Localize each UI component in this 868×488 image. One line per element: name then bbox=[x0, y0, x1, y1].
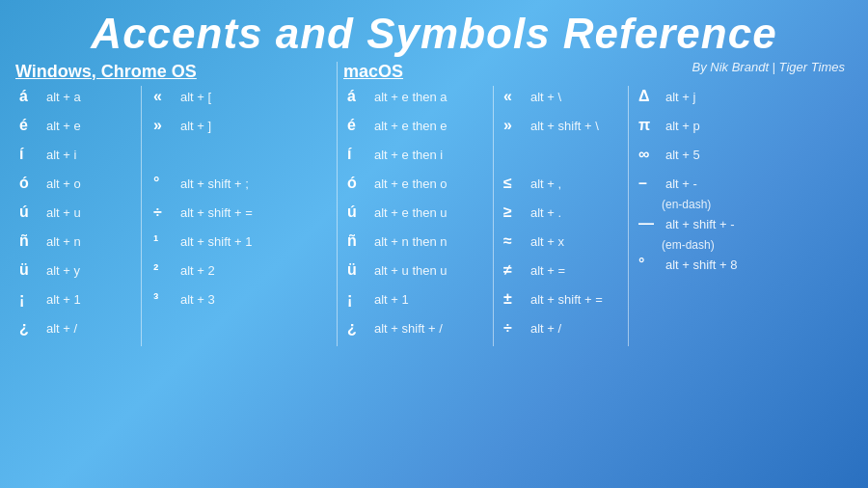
symbol: ∞ bbox=[638, 146, 662, 163]
table-row: Δalt + j bbox=[635, 86, 768, 115]
symbol: ñ bbox=[19, 232, 42, 250]
symbol: ≤ bbox=[503, 175, 527, 192]
shortcut: alt + [ bbox=[180, 90, 211, 104]
symbol: π bbox=[638, 117, 662, 134]
shortcut: alt + 1 bbox=[46, 292, 81, 307]
shortcut: alt + x bbox=[530, 234, 564, 249]
shortcut: alt + e bbox=[46, 119, 81, 133]
shortcut: alt + 3 bbox=[180, 292, 215, 307]
table-row: ñalt + n then n bbox=[343, 230, 493, 259]
table-row: ≈alt + x bbox=[500, 230, 628, 259]
table-row: ≠alt + = bbox=[500, 259, 628, 288]
shortcut: alt + shift + \ bbox=[530, 119, 599, 133]
table-row: ¿alt + shift + / bbox=[343, 317, 493, 346]
shortcut: alt + e then e bbox=[374, 119, 448, 133]
table-row: ±alt + shift + = bbox=[500, 288, 628, 317]
shortcut: alt + = bbox=[530, 263, 565, 278]
symbol: á bbox=[347, 88, 370, 105]
title: Accents and Symbols Reference bbox=[0, 0, 868, 62]
table-row: üalt + u then u bbox=[343, 259, 493, 288]
shortcut: alt + shift + - bbox=[665, 217, 735, 231]
symbol: á bbox=[19, 88, 42, 105]
symbol: ¿ bbox=[347, 319, 370, 337]
shortcut: alt + 5 bbox=[665, 148, 700, 162]
table-row: »alt + ] bbox=[149, 115, 285, 144]
table-row: ¹alt + shift + 1 bbox=[149, 230, 285, 259]
windows-section: Windows, Chrome OS áalt + aéalt + eíalt … bbox=[10, 62, 338, 346]
shortcut-sub: (en-dash) bbox=[635, 198, 768, 211]
symbol: ÷ bbox=[503, 319, 527, 337]
table-row bbox=[149, 144, 285, 173]
table-row: ñalt + n bbox=[15, 230, 141, 259]
symbol: ú bbox=[19, 203, 42, 221]
symbol: ú bbox=[347, 203, 370, 221]
symbol: í bbox=[19, 146, 42, 163]
table-row: ∞alt + 5 bbox=[635, 144, 768, 173]
shortcut: alt + j bbox=[665, 90, 695, 104]
shortcut: alt + 2 bbox=[180, 263, 215, 278]
shortcut: alt + / bbox=[530, 321, 561, 336]
shortcut: alt + \ bbox=[530, 90, 561, 104]
shortcut: alt + , bbox=[530, 176, 561, 191]
symbol: ü bbox=[19, 261, 42, 279]
table-row: ≥alt + . bbox=[500, 202, 628, 230]
symbol: ≥ bbox=[503, 203, 527, 221]
symbol: « bbox=[503, 88, 527, 105]
symbol: Δ bbox=[638, 88, 662, 105]
windows-label: Windows, Chrome OS bbox=[15, 62, 331, 82]
symbol: ≈ bbox=[503, 232, 527, 250]
table-row: «alt + [ bbox=[149, 86, 285, 115]
shortcut: alt + . bbox=[530, 205, 561, 220]
symbol: ¿ bbox=[19, 319, 42, 337]
byline: By Nik Brandt | Tiger Times bbox=[692, 60, 845, 74]
symbol: ñ bbox=[347, 232, 370, 250]
shortcut: alt + shift + ; bbox=[180, 176, 249, 191]
symbol: ≠ bbox=[503, 261, 527, 279]
symbol: ° bbox=[153, 175, 176, 192]
mac-col3: Δalt + jπalt + p∞alt + 5–alt + -(en-dash… bbox=[628, 86, 768, 346]
table-row: «alt + \ bbox=[500, 86, 628, 115]
mac-col1: áalt + e then aéalt + e then eíalt + e t… bbox=[343, 86, 493, 346]
symbol: ó bbox=[347, 175, 370, 192]
symbol: « bbox=[153, 88, 176, 105]
symbol: ÷ bbox=[153, 203, 176, 221]
symbol: — bbox=[638, 215, 662, 232]
table-row bbox=[500, 144, 628, 173]
shortcut: alt + 1 bbox=[374, 292, 409, 307]
symbol: ü bbox=[347, 261, 370, 279]
table-row: áalt + a bbox=[15, 86, 141, 115]
windows-col2: «alt + [»alt + ]°alt + shift + ;÷alt + s… bbox=[141, 86, 285, 346]
symbol: ¡ bbox=[347, 290, 370, 308]
table-row: ¡alt + 1 bbox=[15, 288, 141, 317]
table-row: éalt + e bbox=[15, 115, 141, 144]
shortcut: alt + o bbox=[46, 176, 81, 191]
table-row: ≤alt + , bbox=[500, 173, 628, 202]
shortcut: alt + shift + = bbox=[530, 292, 603, 307]
shortcut: alt + p bbox=[665, 119, 700, 133]
shortcut: alt + e then a bbox=[374, 90, 448, 104]
shortcut: alt + y bbox=[46, 263, 80, 278]
table-row: úalt + e then u bbox=[343, 202, 493, 230]
shortcut: alt + u bbox=[46, 205, 81, 220]
shortcut-sub: (em-dash) bbox=[635, 238, 768, 252]
symbol: é bbox=[347, 117, 370, 134]
symbol: ³ bbox=[153, 290, 176, 308]
table-row: úalt + u bbox=[15, 202, 141, 230]
symbol: ° bbox=[638, 256, 662, 273]
mac-col2: «alt + \»alt + shift + \≤alt + ,≥alt + .… bbox=[493, 86, 628, 346]
shortcut: alt + i bbox=[46, 148, 76, 162]
symbol: » bbox=[503, 117, 527, 134]
symbol: í bbox=[347, 146, 370, 163]
table-row: ¿alt + / bbox=[15, 317, 141, 346]
table-row: ³alt + 3 bbox=[149, 288, 285, 317]
symbol: » bbox=[153, 117, 176, 134]
shortcut: alt + n bbox=[46, 234, 81, 249]
table-row: ¡alt + 1 bbox=[343, 288, 493, 317]
shortcut: alt + e then u bbox=[374, 205, 448, 220]
table-row: ²alt + 2 bbox=[149, 259, 285, 288]
symbol: ¹ bbox=[153, 232, 176, 250]
symbol: – bbox=[638, 175, 662, 192]
shortcut: alt + - bbox=[665, 176, 697, 191]
table-row: πalt + p bbox=[635, 115, 768, 144]
table-row: ÷alt + / bbox=[500, 317, 628, 346]
